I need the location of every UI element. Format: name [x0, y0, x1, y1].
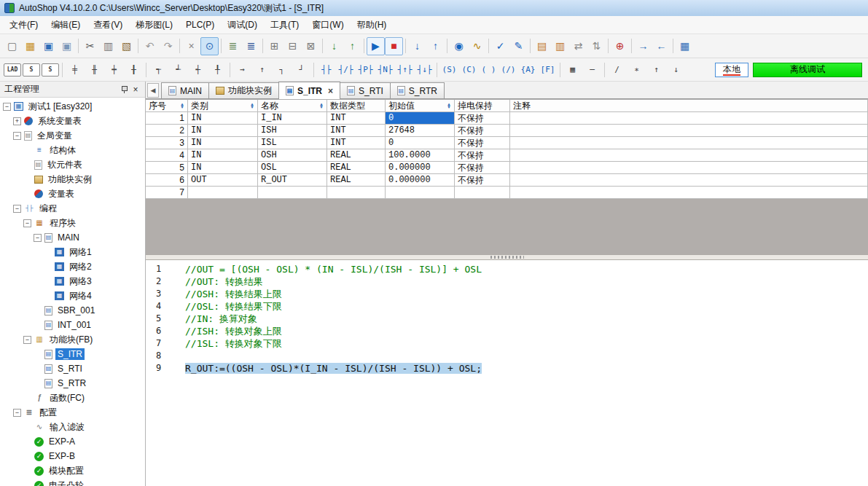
- column-header[interactable]: 掉电保持: [455, 100, 510, 112]
- collapse-icon[interactable]: −: [23, 219, 31, 227]
- code-text[interactable]: R_OUT:=((OSH - OSL)*(I_IN - ISL)/(ISH - …: [185, 362, 482, 375]
- expand-icon[interactable]: +: [13, 117, 21, 125]
- menu-item[interactable]: PLC(P): [179, 17, 221, 33]
- tree-item-10[interactable]: ▦网络1: [0, 245, 145, 259]
- contact-closed-icon[interactable]: ┤/├: [336, 61, 356, 79]
- table-cell[interactable]: OSL: [258, 162, 327, 174]
- collapse-icon[interactable]: −: [3, 103, 11, 111]
- code-line[interactable]: 3//OSH: 转换结果上限: [146, 288, 868, 300]
- column-header[interactable]: 数据类型: [327, 100, 386, 112]
- tree-item-9[interactable]: −▤MAIN: [0, 230, 145, 245]
- splitter[interactable]: [146, 254, 868, 260]
- edit-mode-icon[interactable]: ✎: [509, 37, 528, 55]
- tree-item-3[interactable]: ≡结构体: [0, 143, 145, 157]
- table-cell[interactable]: 0.000000: [386, 174, 455, 187]
- contact-n-icon[interactable]: ┤N├: [375, 61, 395, 79]
- tree-item-25[interactable]: ✓模块配置: [0, 463, 145, 478]
- close-icon[interactable]: ×: [130, 85, 141, 95]
- table-cell[interactable]: 4: [146, 149, 188, 162]
- table-cell[interactable]: ISL: [258, 137, 327, 149]
- code-line[interactable]: 1//OUT = [(OSH - OSL) * (IN - ISL)/(ISH …: [146, 263, 868, 275]
- tree-item-13[interactable]: ▦网络4: [0, 289, 145, 303]
- delete-cell-icon[interactable]: ╫: [85, 61, 104, 79]
- table-cell[interactable]: 6: [146, 174, 188, 187]
- tree-item-20[interactable]: ƒ函数(FC): [0, 391, 145, 405]
- coil-icon[interactable]: ( ): [479, 61, 498, 79]
- tab-3[interactable]: ▤S_RTI: [340, 82, 391, 98]
- pin-tool-icon[interactable]: ⊕: [611, 37, 629, 55]
- code-text[interactable]: //OUT = [(OSH - OSL) * (IN - ISL)/(ISH -…: [185, 263, 482, 275]
- code-text[interactable]: //OSL: 转换结果下限: [185, 300, 282, 313]
- table-cell[interactable]: 不保持: [455, 174, 510, 187]
- table-cell[interactable]: 不保持: [455, 149, 510, 162]
- tree-item-11[interactable]: ▦网络2: [0, 259, 145, 274]
- insert-function-block-icon[interactable]: ▦: [563, 61, 582, 79]
- pin-icon[interactable]: [119, 85, 128, 94]
- new-file-icon[interactable]: ▢: [3, 37, 21, 55]
- monitor-icon[interactable]: ◉: [450, 37, 468, 55]
- table-cell[interactable]: R_OUT: [258, 174, 327, 187]
- cross-reference-icon[interactable]: ▦: [676, 37, 694, 55]
- tree-item-12[interactable]: ▦网络3: [0, 274, 145, 289]
- collapse-icon[interactable]: −: [13, 132, 21, 140]
- copy-icon[interactable]: ▥: [99, 37, 117, 55]
- column-header[interactable]: 名称▲▼: [258, 100, 327, 112]
- tree-item-23[interactable]: ✓EXP-A: [0, 434, 145, 449]
- code-text[interactable]: //OUT: 转换结果: [185, 275, 263, 288]
- table-cell[interactable]: IN: [188, 137, 258, 149]
- table-cell[interactable]: 不保持: [455, 162, 510, 174]
- compile-icon[interactable]: ≣: [224, 37, 242, 55]
- compile-all-icon[interactable]: ≣: [242, 37, 260, 55]
- tree-item-21[interactable]: −≣配置: [0, 405, 145, 420]
- tree-item-24[interactable]: ✓EXP-B: [0, 449, 145, 463]
- table-cell[interactable]: 不保持: [455, 112, 510, 125]
- table-cell[interactable]: 5: [146, 162, 188, 174]
- tree-item-5[interactable]: 功能块实例: [0, 172, 145, 187]
- tree-item-22[interactable]: ∿输入滤波: [0, 420, 145, 434]
- code-text[interactable]: //ISH: 转换对象上限: [185, 325, 282, 337]
- code-text[interactable]: //OSH: 转换结果上限: [185, 288, 282, 300]
- table-cell[interactable]: 100.0000: [386, 149, 455, 162]
- table-cell[interactable]: [510, 174, 868, 187]
- pou-properties-icon[interactable]: ⊟: [284, 37, 302, 55]
- oscilloscope-icon[interactable]: ∿: [468, 37, 486, 55]
- menu-item[interactable]: 梯形图(L): [129, 16, 179, 34]
- column-header[interactable]: 序号▲▼: [146, 100, 188, 112]
- st-code-editor[interactable]: 1//OUT = [(OSH - OSL) * (IN - ISL)/(ISH …: [146, 260, 868, 486]
- line-corner-1-icon[interactable]: ┐: [272, 61, 292, 79]
- table-cell[interactable]: REAL: [327, 149, 386, 162]
- menu-item[interactable]: 文件(F): [3, 16, 44, 34]
- download-plc-icon[interactable]: ↓: [408, 37, 426, 55]
- branch-close-icon[interactable]: ┵: [168, 61, 188, 79]
- code-line[interactable]: 7//1SL: 转换对象下限: [146, 337, 868, 350]
- tree-item-8[interactable]: −▦程序块: [0, 216, 145, 230]
- code-line[interactable]: 6//ISH: 转换对象上限: [146, 325, 868, 337]
- code-line[interactable]: 5//IN: 换算对象: [146, 313, 868, 325]
- local-mode-button[interactable]: 本地: [715, 63, 748, 77]
- set-coil-icon[interactable]: (S): [439, 61, 459, 79]
- align-vertical-icon[interactable]: ⇅: [587, 37, 606, 55]
- lad-mode-icon[interactable]: LAD: [4, 63, 21, 77]
- insert-row-icon[interactable]: ┿: [104, 61, 124, 79]
- open-project-icon[interactable]: ▦: [21, 37, 39, 55]
- save-icon[interactable]: ▣: [39, 37, 58, 55]
- table-cell[interactable]: OUT: [188, 174, 258, 187]
- tree-item-1[interactable]: +系统变量表: [0, 114, 145, 128]
- line-right-icon[interactable]: →: [232, 61, 252, 79]
- menu-item[interactable]: 调试(D): [221, 16, 264, 34]
- tree-item-19[interactable]: ▤S_RTR: [0, 376, 145, 391]
- align-horizontal-icon[interactable]: ⇄: [569, 37, 587, 55]
- table-cell[interactable]: [188, 187, 258, 199]
- menu-item[interactable]: 窗口(W): [305, 16, 350, 34]
- table-cell[interactable]: 2: [146, 125, 188, 137]
- menu-item[interactable]: 帮助(H): [351, 16, 394, 34]
- sfc-step-2-icon[interactable]: S: [42, 63, 59, 77]
- undo-icon[interactable]: ↶: [141, 37, 159, 55]
- column-header[interactable]: 初始值▲▼: [386, 100, 455, 112]
- table-cell[interactable]: [510, 125, 868, 137]
- contact-open-icon[interactable]: ┤├: [316, 61, 336, 79]
- branch-join-icon[interactable]: ╀: [208, 61, 227, 79]
- insert-cell-icon[interactable]: ╪: [65, 61, 85, 79]
- table-cell[interactable]: [510, 149, 868, 162]
- convert-icon[interactable]: ∗: [627, 61, 646, 79]
